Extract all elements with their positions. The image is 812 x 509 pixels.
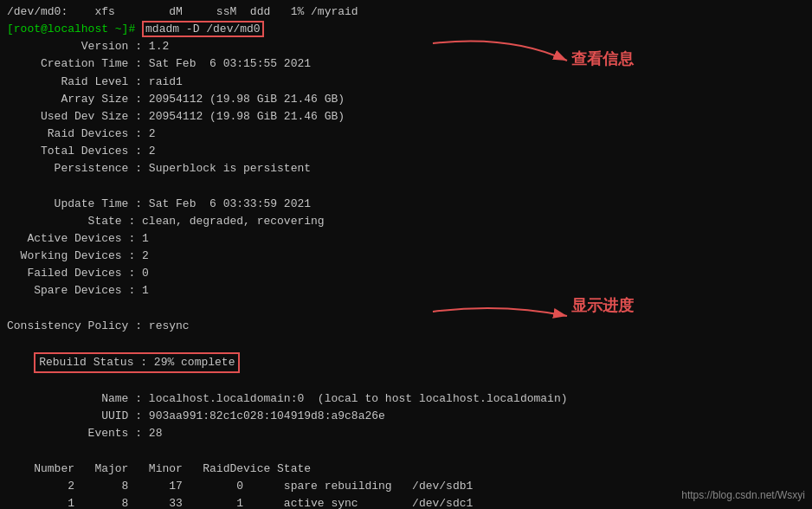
line-blank2: [7, 300, 805, 317]
mdadm-command: mdadm -D /dev/md0: [142, 21, 264, 37]
line-name: Name : localhost.localdomain:0 (local to…: [7, 390, 805, 408]
line-total-devices: Total Devices : 2: [7, 143, 805, 160]
line-blank1: [7, 177, 805, 195]
line-creation-time: Creation Time : Sat Feb 6 03:15:55 2021: [7, 55, 805, 73]
arrow-2: [424, 286, 580, 338]
line-dev-md0: /dev/md0: xfs dM ssM ddd 1% /myraid: [7, 3, 805, 21]
line-rebuild-status: Rebuild Status : 29% complete: [7, 352, 805, 373]
line-blank5: [7, 443, 805, 461]
line-persistence: Persistence : Superblock is persistent: [7, 160, 805, 177]
annotation-show-progress: 显示进度: [571, 294, 634, 319]
line-update-time: Update Time : Sat Feb 6 03:33:59 2021: [7, 196, 805, 213]
line-command: [root@localhost ~]# mdadm -D /dev/md0: [7, 21, 805, 38]
watermark: https://blog.csdn.net/Wsxyi: [681, 487, 805, 504]
line-raid-level: Raid Level : raid1: [7, 74, 805, 91]
line-version: Version : 1.2: [7, 38, 805, 55]
line-array-size: Array Size : 20954112 (19.98 GiB 21.46 G…: [7, 91, 805, 108]
line-blank3: [7, 335, 805, 352]
line-raid-devices: Raid Devices : 2: [7, 126, 805, 143]
line-consistency: Consistency Policy : resync: [7, 318, 805, 335]
line-blank4: [7, 373, 805, 390]
line-state: State : clean, degraded, recovering: [7, 213, 805, 230]
prompt: [root@localhost ~]#: [7, 23, 142, 35]
arrow-1: [424, 26, 580, 95]
terminal: /dev/md0: xfs dM ssM ddd 1% /myraid [roo…: [0, 0, 812, 509]
rebuild-status-box: Rebuild Status : 29% complete: [34, 352, 240, 373]
line-working-devices: Working Devices : 2: [7, 248, 805, 265]
line-uuid: UUID : 903aa991:82c1c028:104919d8:a9c8a2…: [7, 408, 805, 425]
annotation-view-info: 查看信息: [571, 48, 634, 72]
line-failed-devices: Failed Devices : 0: [7, 265, 805, 282]
line-used-dev-size: Used Dev Size : 20954112 (19.98 GiB 21.4…: [7, 108, 805, 126]
line-events: Events : 28: [7, 425, 805, 442]
line-table-header: Number Major Minor RaidDevice State: [7, 461, 805, 478]
line-active-devices: Active Devices : 1: [7, 230, 805, 248]
line-spare-devices: Spare Devices : 1: [7, 282, 805, 300]
